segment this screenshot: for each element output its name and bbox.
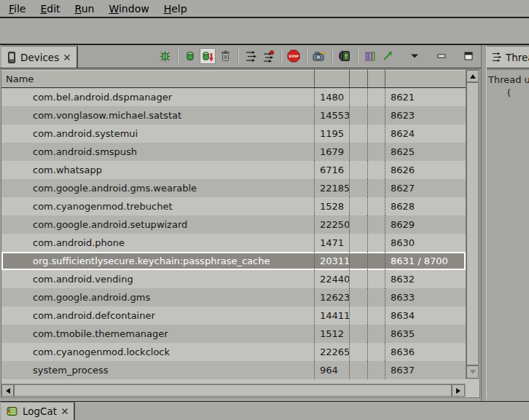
table-row[interactable]: com.google.android.setupwizard222508629 [1, 215, 466, 234]
dump-hprof-icon[interactable] [200, 48, 216, 64]
table-row[interactable]: com.google.android.gms126238633 [1, 288, 466, 306]
toolbar-separator [238, 49, 238, 63]
gc-icon[interactable] [217, 48, 233, 64]
blank-cell [349, 361, 367, 379]
menu-window[interactable]: Window [103, 1, 154, 16]
scroll-left-button[interactable] [1, 384, 14, 397]
screen-record-icon[interactable] [337, 48, 353, 64]
tab-logcat[interactable]: LogCat [1, 402, 75, 420]
table-header: Name [1, 70, 466, 88]
opengl-trace-icon[interactable] [380, 48, 396, 64]
close-icon[interactable] [61, 408, 68, 415]
tab-threads[interactable]: Threads [487, 46, 529, 68]
process-pid: 1480 [314, 88, 349, 106]
table-row[interactable]: com.vonglasow.michael.satstat145538623 [1, 106, 466, 124]
tab-devices-label: Devices [20, 52, 59, 63]
menu-run[interactable]: Run [69, 1, 101, 16]
menu-edit[interactable]: Edit [34, 1, 66, 16]
process-pid: 14553 [314, 106, 349, 124]
table-row[interactable]: com.tmobile.thememanager15128635 [1, 325, 466, 343]
vertical-scroll-thumb[interactable] [466, 82, 479, 365]
blank-cell [367, 306, 385, 325]
minimize-icon[interactable] [434, 48, 450, 64]
table-row[interactable]: com.whatsapp67168626 [1, 161, 466, 179]
toolbar-separator [332, 49, 332, 63]
table-row[interactable]: com.bel.android.dspmanager14808621 [1, 88, 466, 106]
threads-message-line2: ( [507, 87, 529, 98]
maximize-icon[interactable] [461, 48, 477, 64]
column-header-port [385, 70, 466, 87]
process-pid: 1471 [314, 234, 349, 252]
devices-table: Name com.bel.android.dspmanager14808621c… [1, 69, 480, 398]
panel-sash[interactable] [481, 45, 487, 401]
column-header-name[interactable]: Name [1, 70, 314, 87]
table-row[interactable]: com.cyanogenmod.trebuchet15288628 [1, 197, 466, 215]
process-name: org.sufficientlysecure.keychain:passphra… [1, 252, 314, 270]
process-pid: 14411 [314, 306, 349, 325]
process-name: com.google.android.gms.wearable [1, 179, 314, 197]
blank-cell [367, 252, 385, 270]
process-port: 8632 [385, 270, 466, 288]
tab-logcat-label: LogCat [23, 405, 57, 417]
horizontal-scroll-thumb[interactable] [14, 384, 452, 397]
scroll-down-button[interactable] [466, 365, 479, 379]
process-name: system_process [1, 361, 314, 379]
process-port: 8634 [385, 306, 466, 325]
scroll-up-button[interactable] [466, 70, 479, 82]
blank-cell [367, 325, 385, 343]
tab-devices[interactable]: Devices [1, 46, 78, 68]
blank-cell [349, 88, 367, 106]
horizontal-scrollbar[interactable] [1, 384, 466, 397]
blank-cell [349, 179, 367, 197]
menu-bar: FileEditRunWindowHelp [0, 0, 529, 18]
threads-panel: Threads Thread up ( [487, 45, 529, 401]
process-name: com.android.defcontainer [1, 306, 314, 325]
process-pid: 6716 [314, 161, 349, 179]
column-header-pid [314, 70, 349, 87]
devices-tabbar: Devices [0, 45, 481, 68]
method-profiling-icon[interactable] [260, 48, 276, 64]
update-heap-icon[interactable] [182, 48, 198, 64]
process-name: com.cyanogenmod.trebuchet [1, 197, 314, 215]
screen-capture-icon[interactable] [311, 48, 327, 64]
blank-cell [349, 124, 367, 143]
table-row[interactable]: system_process9648637 [1, 361, 466, 379]
debug-icon[interactable] [157, 48, 173, 64]
blank-cell [367, 215, 385, 234]
table-row[interactable]: com.android.phone14718630 [1, 234, 466, 252]
process-pid: 1679 [314, 143, 349, 161]
vertical-scrollbar[interactable] [466, 70, 479, 379]
threads-icon [491, 52, 502, 63]
process-name: com.android.smspush [1, 143, 314, 161]
menu-file[interactable]: File [3, 1, 31, 16]
process-port: 8627 [385, 179, 466, 197]
process-pid: 1195 [314, 124, 349, 143]
menu-help[interactable]: Help [158, 1, 193, 16]
bottom-bar: LogCat [0, 401, 529, 420]
table-row[interactable]: com.cyanogenmod.lockclock222658636 [1, 343, 466, 361]
table-row[interactable]: com.google.android.gms.wearable221858627 [1, 179, 466, 197]
process-name: com.android.vending [1, 270, 314, 288]
update-threads-icon[interactable] [243, 48, 259, 64]
close-icon[interactable] [63, 54, 71, 61]
process-name: com.android.systemui [1, 124, 314, 143]
table-row[interactable]: com.android.defcontainer144118634 [1, 306, 466, 325]
scroll-right-button[interactable] [452, 384, 465, 397]
blank-cell [367, 288, 385, 306]
table-row[interactable]: com.android.systemui11958624 [1, 124, 466, 143]
table-row[interactable]: com.android.vending224408632 [1, 270, 466, 288]
process-port: 8624 [385, 124, 466, 143]
blank-cell [349, 234, 367, 252]
threads-message-line1: Thread up [488, 74, 529, 85]
table-row[interactable]: org.sufficientlysecure.keychain:passphra… [1, 252, 466, 270]
blank-cell [349, 288, 367, 306]
threads-content: Thread up ( [487, 69, 529, 399]
table-row[interactable]: com.android.smspush16798625 [1, 143, 466, 161]
systrace-icon[interactable] [362, 48, 378, 64]
process-name: com.whatsapp [1, 161, 314, 179]
process-name: com.google.android.gms [1, 288, 314, 306]
process-pid: 22250 [314, 215, 349, 234]
stop-process-icon[interactable]: STOP [286, 48, 302, 64]
process-port: 8635 [385, 325, 466, 343]
view-menu-icon[interactable] [407, 48, 423, 64]
